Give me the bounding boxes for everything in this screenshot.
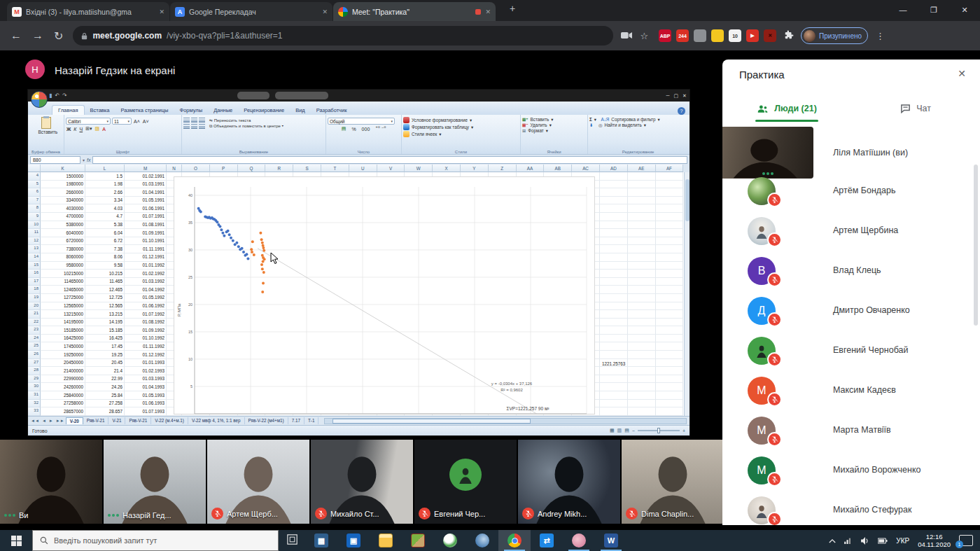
cell[interactable] <box>656 245 684 253</box>
delete-cells-button[interactable]: ⊞⁻Удалить ▾ <box>522 123 586 127</box>
browser-menu-icon[interactable]: ⋮ <box>876 31 885 41</box>
cell[interactable]: 7.38 <box>85 245 125 253</box>
row-header[interactable]: 9 <box>28 213 41 221</box>
participant-row[interactable]: Евгений Чернобай <box>722 331 980 371</box>
cell[interactable]: 01.12.1991 <box>125 253 167 262</box>
cell[interactable] <box>628 286 656 294</box>
video-tile[interactable]: Dima Chaplin... <box>622 440 724 524</box>
sheet-tab-2[interactable]: V-21 <box>108 417 125 424</box>
cell[interactable]: 17.45 <box>85 342 125 351</box>
format-as-table-button[interactable]: Форматировать как таблицу ▾ <box>403 124 519 130</box>
row-header[interactable]: 17 <box>28 278 41 286</box>
cell[interactable]: 3340000 <box>41 197 85 205</box>
cell[interactable] <box>600 245 628 253</box>
cell[interactable]: 5380000 <box>41 221 85 230</box>
cell[interactable] <box>628 172 656 181</box>
cell[interactable]: 01.02.1993 <box>125 367 167 375</box>
cell[interactable]: 9.58 <box>85 262 125 270</box>
cell[interactable]: 01.07.1993 <box>125 407 167 416</box>
cell[interactable]: 17450000 <box>41 342 85 351</box>
close-button[interactable]: ✕ <box>949 0 980 20</box>
align-bottom-icon[interactable] <box>199 118 205 123</box>
cell[interactable]: 3.34 <box>85 197 125 205</box>
cell[interactable]: 11465000 <box>41 278 85 286</box>
cell[interactable] <box>628 197 656 205</box>
cell[interactable] <box>628 229 656 237</box>
column-header-U[interactable]: U <box>349 165 377 172</box>
sheet-nav-next-icon[interactable]: ► <box>49 419 53 423</box>
row-header[interactable]: 20 <box>28 302 41 311</box>
cell[interactable] <box>656 302 684 311</box>
cell[interactable]: 4700000 <box>41 213 85 221</box>
cell[interactable]: 01.05.1991 <box>125 197 167 205</box>
cell[interactable]: 21.4 <box>85 367 125 375</box>
column-header-T[interactable]: T <box>321 165 349 172</box>
cell[interactable]: 1.5 <box>85 172 125 181</box>
cell[interactable] <box>628 326 656 335</box>
cell[interactable]: 1980000 <box>41 181 85 189</box>
cell[interactable] <box>656 326 684 335</box>
cell[interactable] <box>656 367 684 375</box>
cell[interactable]: 2.66 <box>85 188 125 197</box>
cell[interactable]: 01.07.1992 <box>125 310 167 319</box>
back-button[interactable]: ← <box>10 29 22 42</box>
ribbon-tab-3[interactable]: Формулы <box>174 106 208 115</box>
cell[interactable] <box>628 262 656 270</box>
cell[interactable] <box>656 286 684 294</box>
column-header-W[interactable]: W <box>405 165 433 172</box>
cell[interactable]: 10.215 <box>85 270 125 278</box>
cell[interactable]: 12.465 <box>85 286 125 294</box>
name-box[interactable]: B80 <box>30 156 80 164</box>
profile-chip[interactable]: Призупинено <box>801 27 868 44</box>
row-header[interactable]: 31 <box>28 391 41 400</box>
font-size-select[interactable]: 11▾ <box>112 118 132 125</box>
video-tile[interactable]: Михайло Ст... <box>311 440 413 524</box>
cell[interactable]: 12565000 <box>41 302 85 311</box>
ext-10-icon[interactable]: 10 <box>729 29 741 42</box>
column-header-AF[interactable]: AF <box>656 165 684 172</box>
file-explorer-icon[interactable]: ​ <box>370 530 402 551</box>
cell[interactable]: 14.195 <box>85 319 125 327</box>
zoom-out-icon[interactable]: − <box>632 428 635 433</box>
cell[interactable] <box>600 181 628 189</box>
cell[interactable] <box>600 400 628 408</box>
ext-badge-244-icon[interactable]: 244 <box>676 29 689 42</box>
cell[interactable]: 27258000 <box>41 400 85 408</box>
cell[interactable]: 24260000 <box>41 383 85 391</box>
sheet-tab-4[interactable]: V-22 (м.4+м.1) <box>151 417 188 424</box>
cell[interactable]: 01.06.1992 <box>125 302 167 311</box>
cell[interactable] <box>628 351 656 359</box>
participant-row[interactable]: ММарта Матвіїв <box>722 411 980 451</box>
cell[interactable]: 01.03.1991 <box>125 181 167 189</box>
underline-button[interactable]: Ч <box>78 127 83 132</box>
column-header-Z[interactable]: Z <box>489 165 517 172</box>
cell[interactable]: 12.725 <box>85 294 125 302</box>
cell[interactable] <box>656 237 684 246</box>
cell[interactable] <box>628 400 656 408</box>
cell[interactable]: 01.01.1992 <box>125 262 167 270</box>
cell[interactable]: 11.465 <box>85 278 125 286</box>
tab-people[interactable]: Люди (21) <box>722 98 851 119</box>
cell[interactable]: 1500000 <box>41 172 85 181</box>
map-app-icon[interactable]: ​ <box>402 530 434 551</box>
sheet-tab-8[interactable]: Т-1 <box>304 417 318 424</box>
sheet-tab-0[interactable]: V-20 <box>66 417 83 424</box>
tab-close-icon[interactable]: ✕ <box>322 8 328 15</box>
cell[interactable] <box>600 237 628 246</box>
comma-icon[interactable]: 000 <box>361 127 371 132</box>
cell[interactable]: 13215000 <box>41 310 85 319</box>
cell[interactable]: 01.04.1991 <box>125 188 167 197</box>
cell[interactable] <box>628 310 656 319</box>
column-header-AD[interactable]: AD <box>600 165 628 172</box>
video-tile[interactable]: Ви <box>0 440 102 524</box>
cell[interactable] <box>628 302 656 311</box>
surfer-app-icon[interactable]: ​ <box>466 530 498 551</box>
cell[interactable] <box>600 197 628 205</box>
cell[interactable] <box>628 270 656 278</box>
cell[interactable] <box>656 262 684 270</box>
column-header-AE[interactable]: AE <box>628 165 656 172</box>
percent-icon[interactable]: % <box>351 127 356 132</box>
cell[interactable]: 01.03.1993 <box>125 375 167 384</box>
cell[interactable]: 01.11.1992 <box>125 342 167 351</box>
video-tile[interactable]: Артем Щерб... <box>207 440 309 524</box>
